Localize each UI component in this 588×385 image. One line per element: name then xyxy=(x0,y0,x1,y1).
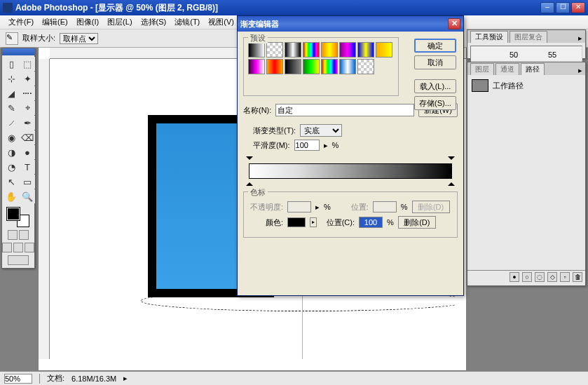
tool-17[interactable]: ▭ xyxy=(20,175,35,189)
gradient-preset-4[interactable] xyxy=(321,42,338,58)
smoothness-input[interactable] xyxy=(294,140,320,151)
name-input[interactable] xyxy=(275,104,414,116)
screen-mode-2-icon[interactable] xyxy=(13,243,23,252)
menu-image[interactable]: 图像(I) xyxy=(72,15,103,29)
eyedropper-icon[interactable]: ✎ xyxy=(6,32,18,45)
gradient-preset-13[interactable] xyxy=(339,59,356,74)
doc-size-value: 6.18M/16.3M xyxy=(71,374,116,383)
tool-7[interactable]: ⌖ xyxy=(20,101,35,115)
dialog-titlebar[interactable]: 渐变编辑器 ✕ xyxy=(238,16,463,32)
status-bar: 文档: 6.18M/16.3M ▸ xyxy=(0,371,588,385)
gradient-preset-3[interactable] xyxy=(303,42,320,58)
tool-3[interactable]: ✦ xyxy=(20,72,35,86)
presets-legend: 预设 xyxy=(248,33,268,43)
path-item[interactable]: 工作路径 xyxy=(470,78,582,93)
maximize-button[interactable]: ☐ xyxy=(556,2,570,13)
color-swatches[interactable] xyxy=(7,208,29,227)
gradient-preset-2[interactable] xyxy=(285,42,301,58)
toolbox-header[interactable] xyxy=(2,48,34,55)
screen-mode-3-icon[interactable] xyxy=(25,243,34,252)
quickmask-mode-icon[interactable] xyxy=(19,230,29,240)
gradient-preset-11[interactable] xyxy=(303,59,320,74)
tool-19[interactable]: 🔍 xyxy=(20,189,35,203)
tab-paths[interactable]: 路径 xyxy=(521,63,545,75)
tab-layers[interactable]: 图层 xyxy=(470,63,494,75)
delete-opacity-button: 删除(D) xyxy=(412,201,450,213)
gradient-preset-0[interactable] xyxy=(248,42,265,58)
standard-mode-icon[interactable] xyxy=(8,230,18,240)
gradient-preset-6[interactable] xyxy=(357,42,374,58)
color-chip[interactable] xyxy=(287,217,306,227)
tool-5[interactable]: ᠁ xyxy=(20,86,35,100)
foreground-color[interactable] xyxy=(7,208,20,220)
tab-layer-comps[interactable]: 图层复合 xyxy=(510,31,547,43)
color-stop-right[interactable] xyxy=(448,179,455,186)
tool-4[interactable]: ◢ xyxy=(4,86,19,100)
delete-path-icon[interactable]: 🗑 xyxy=(573,272,582,282)
gradient-preset-9[interactable] xyxy=(266,59,283,74)
gradient-bar-area xyxy=(243,156,458,186)
screen-mode-1-icon[interactable] xyxy=(2,243,12,252)
smoothness-arrow-icon[interactable]: ▸ xyxy=(324,141,328,150)
selection-to-path-icon[interactable]: ◇ xyxy=(547,272,557,282)
tool-15[interactable]: T xyxy=(20,160,35,174)
tool-18[interactable]: ✋ xyxy=(4,189,19,203)
position2-input[interactable] xyxy=(359,217,383,228)
path-thumbnail xyxy=(472,79,488,92)
panel-menu-icon[interactable]: ▸ xyxy=(575,34,585,43)
tool-12[interactable]: ◑ xyxy=(4,145,19,159)
gradient-preset-10[interactable] xyxy=(285,59,301,74)
path-to-selection-icon[interactable]: ◌ xyxy=(535,272,545,282)
gradient-preset-14[interactable] xyxy=(357,59,374,74)
gradient-preset-12[interactable] xyxy=(321,59,338,74)
menu-file[interactable]: 文件(F) xyxy=(4,15,38,29)
tool-1[interactable]: ⬚ xyxy=(20,57,35,71)
gradient-preset-1[interactable] xyxy=(266,42,283,58)
cancel-button[interactable]: 取消 xyxy=(414,55,456,69)
tool-2[interactable]: ⊹ xyxy=(4,72,19,86)
jump-to-icon[interactable] xyxy=(8,255,29,265)
tool-6[interactable]: ✎ xyxy=(4,101,19,115)
opacity-stop-left[interactable] xyxy=(246,156,253,163)
vertical-ruler xyxy=(39,59,50,359)
menu-filter[interactable]: 滤镜(T) xyxy=(170,15,204,29)
menu-layer[interactable]: 图层(L) xyxy=(103,15,136,29)
gradient-preset-5[interactable] xyxy=(339,42,356,58)
tool-8[interactable]: ⟋ xyxy=(4,116,19,130)
zoom-input[interactable] xyxy=(4,374,32,384)
status-menu-arrow[interactable]: ▸ xyxy=(123,374,128,383)
fill-path-icon[interactable]: ● xyxy=(510,272,519,282)
tool-presets-panel: 工具预设 图层复合 ▸ 50 55 xyxy=(467,29,586,59)
tool-0[interactable]: ▯ xyxy=(4,57,19,71)
tool-16[interactable]: ↖ xyxy=(4,175,19,189)
tab-tool-presets[interactable]: 工具预设 xyxy=(470,31,508,43)
ok-button[interactable]: 确定 xyxy=(414,39,456,53)
gradient-preset-7[interactable] xyxy=(376,42,392,58)
opacity-stop-right[interactable] xyxy=(448,156,455,163)
gradient-preview-bar[interactable] xyxy=(249,163,452,179)
tool-13[interactable]: ● xyxy=(20,145,35,159)
new-path-icon[interactable]: ▫ xyxy=(560,272,570,282)
menu-edit[interactable]: 编辑(E) xyxy=(38,15,72,29)
gradient-type-select[interactable]: 实底 xyxy=(300,124,342,137)
delete-color-button[interactable]: 删除(D) xyxy=(398,216,436,229)
stroke-path-icon[interactable]: ○ xyxy=(522,272,532,282)
color-chip-arrow-icon[interactable]: ▸ xyxy=(310,217,317,227)
tool-11[interactable]: ⌫ xyxy=(20,130,35,144)
panel-menu-icon[interactable]: ▸ xyxy=(575,66,585,75)
app-titlebar: Adobe Photoshop - [显示器 @ 50% (图层 2, RGB/… xyxy=(0,0,588,15)
menu-view[interactable]: 视图(V) xyxy=(204,15,238,29)
tab-channels[interactable]: 通道 xyxy=(495,63,519,75)
menu-select[interactable]: 选择(S) xyxy=(137,15,171,29)
tool-9[interactable]: ✒ xyxy=(20,116,35,130)
tool-10[interactable]: ◉ xyxy=(4,130,19,144)
save-button[interactable]: 存储(S)... xyxy=(414,96,456,110)
sample-size-select[interactable]: 取样点 xyxy=(60,33,98,44)
minimize-button[interactable]: – xyxy=(540,2,554,13)
load-button[interactable]: 载入(L)... xyxy=(414,79,456,93)
color-stop-left[interactable] xyxy=(246,179,253,186)
gradient-preset-8[interactable] xyxy=(248,59,265,74)
close-button[interactable]: ✕ xyxy=(571,2,585,13)
dialog-close-button[interactable]: ✕ xyxy=(448,18,460,29)
tool-14[interactable]: ◔ xyxy=(4,160,19,174)
